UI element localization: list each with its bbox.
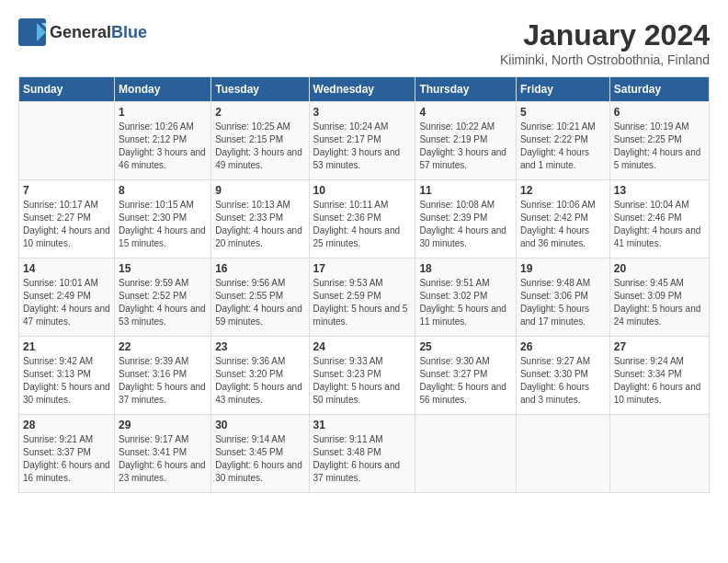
calendar-cell: 15Sunrise: 9:59 AMSunset: 2:52 PMDayligh… — [115, 259, 211, 337]
title-block: January 2024 Kiiminki, North Ostrobothni… — [500, 18, 710, 67]
day-info: Sunrise: 10:21 AMSunset: 2:22 PMDaylight… — [520, 121, 606, 172]
calendar-cell — [415, 415, 517, 493]
day-number: 26 — [520, 340, 606, 353]
col-friday: Friday — [516, 77, 609, 102]
day-info: Sunrise: 9:27 AMSunset: 3:30 PMDaylight:… — [520, 355, 606, 407]
calendar-cell: 17Sunrise: 9:53 AMSunset: 2:59 PMDayligh… — [309, 259, 415, 337]
day-info: Sunrise: 9:14 AMSunset: 3:45 PMDaylight:… — [215, 433, 304, 485]
day-number: 12 — [520, 184, 606, 197]
calendar-week-5: 28Sunrise: 9:21 AMSunset: 3:37 PMDayligh… — [19, 415, 710, 493]
day-info: Sunrise: 10:13 AMSunset: 2:33 PMDaylight… — [215, 199, 304, 250]
day-number: 23 — [215, 340, 304, 353]
calendar-cell — [516, 415, 609, 493]
calendar-cell: 4Sunrise: 10:22 AMSunset: 2:19 PMDayligh… — [415, 102, 517, 180]
calendar-cell: 19Sunrise: 9:48 AMSunset: 3:06 PMDayligh… — [516, 259, 609, 337]
calendar-cell: 27Sunrise: 9:24 AMSunset: 3:34 PMDayligh… — [609, 337, 709, 415]
day-info: Sunrise: 9:39 AMSunset: 3:16 PMDaylight:… — [119, 355, 207, 407]
day-number: 25 — [419, 340, 512, 353]
calendar-cell: 18Sunrise: 9:51 AMSunset: 3:02 PMDayligh… — [415, 259, 517, 337]
day-info: Sunrise: 9:59 AMSunset: 2:52 PMDaylight:… — [119, 277, 207, 328]
calendar-cell: 7Sunrise: 10:17 AMSunset: 2:27 PMDayligh… — [19, 180, 115, 259]
day-number: 8 — [119, 184, 207, 197]
day-number: 5 — [520, 106, 606, 119]
day-number: 16 — [215, 262, 304, 275]
calendar-cell: 9Sunrise: 10:13 AMSunset: 2:33 PMDayligh… — [211, 180, 309, 259]
day-number: 31 — [313, 419, 412, 431]
calendar-week-4: 21Sunrise: 9:42 AMSunset: 3:13 PMDayligh… — [19, 337, 710, 415]
calendar-cell: 1Sunrise: 10:26 AMSunset: 2:12 PMDayligh… — [115, 102, 211, 180]
calendar-cell: 29Sunrise: 9:17 AMSunset: 3:41 PMDayligh… — [115, 415, 211, 493]
day-info: Sunrise: 9:51 AMSunset: 3:02 PMDaylight:… — [419, 277, 512, 328]
day-number: 15 — [119, 262, 207, 275]
day-info: Sunrise: 9:33 AMSunset: 3:23 PMDaylight:… — [313, 355, 412, 407]
day-number: 11 — [419, 184, 512, 197]
day-number: 21 — [23, 340, 110, 353]
calendar-cell: 30Sunrise: 9:14 AMSunset: 3:45 PMDayligh… — [211, 415, 309, 493]
day-number: 2 — [215, 106, 304, 119]
day-info: Sunrise: 10:08 AMSunset: 2:39 PMDaylight… — [419, 199, 512, 250]
calendar-week-2: 7Sunrise: 10:17 AMSunset: 2:27 PMDayligh… — [19, 180, 710, 259]
logo-general: General — [50, 23, 111, 41]
calendar-cell: 2Sunrise: 10:25 AMSunset: 2:15 PMDayligh… — [211, 102, 309, 180]
calendar-cell: 5Sunrise: 10:21 AMSunset: 2:22 PMDayligh… — [516, 102, 609, 180]
month-title: January 2024 — [500, 18, 710, 52]
calendar-cell: 13Sunrise: 10:04 AMSunset: 2:46 PMDaylig… — [609, 180, 709, 259]
day-info: Sunrise: 10:24 AMSunset: 2:17 PMDaylight… — [313, 121, 412, 172]
day-number: 10 — [313, 184, 412, 197]
logo: GeneralBlue — [18, 18, 147, 46]
calendar-cell: 23Sunrise: 9:36 AMSunset: 3:20 PMDayligh… — [211, 337, 309, 415]
day-info: Sunrise: 10:11 AMSunset: 2:36 PMDaylight… — [313, 199, 412, 250]
day-info: Sunrise: 10:15 AMSunset: 2:30 PMDaylight… — [119, 199, 207, 250]
day-number: 19 — [520, 262, 606, 275]
calendar-cell: 31Sunrise: 9:11 AMSunset: 3:48 PMDayligh… — [309, 415, 415, 493]
day-number: 18 — [419, 262, 512, 275]
logo-blue: Blue — [111, 23, 147, 41]
calendar-cell: 3Sunrise: 10:24 AMSunset: 2:17 PMDayligh… — [309, 102, 415, 180]
calendar-cell: 14Sunrise: 10:01 AMSunset: 2:49 PMDaylig… — [19, 259, 115, 337]
day-number: 30 — [215, 419, 304, 431]
day-number: 3 — [313, 106, 412, 119]
calendar-cell: 6Sunrise: 10:19 AMSunset: 2:25 PMDayligh… — [609, 102, 709, 180]
location-title: Kiiminki, North Ostrobothnia, Finland — [500, 52, 710, 67]
page-header: GeneralBlue January 2024 Kiiminki, North… — [18, 18, 710, 67]
calendar-cell: 10Sunrise: 10:11 AMSunset: 2:36 PMDaylig… — [309, 180, 415, 259]
day-info: Sunrise: 9:45 AMSunset: 3:09 PMDaylight:… — [614, 277, 705, 328]
calendar-cell: 20Sunrise: 9:45 AMSunset: 3:09 PMDayligh… — [609, 259, 709, 337]
col-monday: Monday — [115, 77, 211, 102]
calendar-cell: 11Sunrise: 10:08 AMSunset: 2:39 PMDaylig… — [415, 180, 517, 259]
day-info: Sunrise: 10:01 AMSunset: 2:49 PMDaylight… — [23, 277, 110, 328]
calendar-cell: 21Sunrise: 9:42 AMSunset: 3:13 PMDayligh… — [19, 337, 115, 415]
day-info: Sunrise: 10:25 AMSunset: 2:15 PMDaylight… — [215, 121, 304, 172]
day-info: Sunrise: 10:04 AMSunset: 2:46 PMDaylight… — [614, 199, 705, 250]
calendar-cell: 12Sunrise: 10:06 AMSunset: 2:42 PMDaylig… — [516, 180, 609, 259]
day-number: 7 — [23, 184, 110, 197]
day-number: 13 — [614, 184, 705, 197]
day-number: 14 — [23, 262, 110, 275]
col-tuesday: Tuesday — [211, 77, 309, 102]
day-info: Sunrise: 10:22 AMSunset: 2:19 PMDaylight… — [419, 121, 512, 172]
day-number: 28 — [23, 419, 110, 431]
calendar-body: 1Sunrise: 10:26 AMSunset: 2:12 PMDayligh… — [19, 102, 710, 493]
day-info: Sunrise: 10:26 AMSunset: 2:12 PMDaylight… — [119, 121, 207, 172]
day-info: Sunrise: 9:17 AMSunset: 3:41 PMDaylight:… — [119, 433, 207, 485]
day-info: Sunrise: 9:53 AMSunset: 2:59 PMDaylight:… — [313, 277, 412, 328]
calendar-cell: 8Sunrise: 10:15 AMSunset: 2:30 PMDayligh… — [115, 180, 211, 259]
day-number: 20 — [614, 262, 705, 275]
calendar-cell: 24Sunrise: 9:33 AMSunset: 3:23 PMDayligh… — [309, 337, 415, 415]
day-number: 17 — [313, 262, 412, 275]
calendar-cell — [19, 102, 115, 180]
logo-icon — [18, 18, 46, 46]
day-number: 22 — [119, 340, 207, 353]
day-info: Sunrise: 9:48 AMSunset: 3:06 PMDaylight:… — [520, 277, 606, 328]
day-number: 6 — [614, 106, 705, 119]
day-info: Sunrise: 9:56 AMSunset: 2:55 PMDaylight:… — [215, 277, 304, 328]
day-info: Sunrise: 9:30 AMSunset: 3:27 PMDaylight:… — [419, 355, 512, 407]
calendar-cell: 28Sunrise: 9:21 AMSunset: 3:37 PMDayligh… — [19, 415, 115, 493]
calendar-week-1: 1Sunrise: 10:26 AMSunset: 2:12 PMDayligh… — [19, 102, 710, 180]
day-number: 1 — [119, 106, 207, 119]
day-info: Sunrise: 10:17 AMSunset: 2:27 PMDaylight… — [23, 199, 110, 250]
day-info: Sunrise: 10:06 AMSunset: 2:42 PMDaylight… — [520, 199, 606, 250]
col-saturday: Saturday — [609, 77, 709, 102]
day-number: 29 — [119, 419, 207, 431]
col-sunday: Sunday — [19, 77, 115, 102]
